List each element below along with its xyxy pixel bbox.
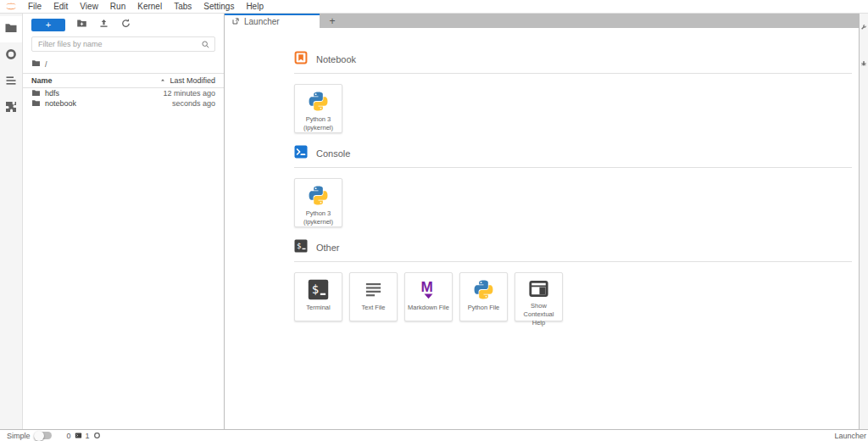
file-row-notebook[interactable]: notebookseconds ago: [23, 98, 224, 109]
file-filter: [31, 36, 215, 52]
launcher-card-label: Terminal: [304, 304, 331, 312]
notebook-icon: [294, 51, 308, 68]
card-row: Python 3 (ipykernel): [294, 178, 852, 227]
sidebar-tab-debugger[interactable]: [860, 55, 867, 70]
terminal-icon: $: [308, 278, 329, 301]
launcher-card-label: Python 3 (ipykernel): [295, 115, 342, 132]
section-title: Other: [316, 243, 340, 253]
wrench-icon: [860, 19, 867, 34]
section-title: Console: [316, 148, 350, 159]
upload-files-button[interactable]: [98, 18, 109, 31]
file-modified: seconds ago: [172, 99, 215, 108]
launcher-card-text-file[interactable]: Text File: [349, 272, 398, 321]
sidebar-tab-property-inspector[interactable]: [860, 19, 867, 34]
file-name: hdfs: [45, 89, 59, 98]
text-file-icon: [363, 278, 384, 301]
sort-ascending-icon: [159, 77, 166, 84]
terminals-count: 0: [67, 432, 71, 440]
new-launcher-button[interactable]: +: [31, 19, 65, 31]
menu-item-tabs[interactable]: Tabs: [168, 0, 198, 13]
python-icon: [308, 184, 329, 207]
launcher-body: NotebookPython 3 (ipykernel)ConsolePytho…: [225, 28, 859, 429]
new-tab-button[interactable]: +: [320, 14, 345, 28]
dock-tabs: Launcher: [225, 14, 320, 28]
menu-item-edit[interactable]: Edit: [47, 0, 74, 13]
sidebar-tab-table-of-contents[interactable]: [0, 69, 22, 95]
dock-tab-bar: Launcher +: [225, 14, 859, 28]
launcher-card-show-contextual-help[interactable]: Show Contextual Help: [515, 272, 563, 321]
folder-icon: [31, 59, 41, 70]
file-modified: 12 minutes ago: [163, 89, 215, 98]
launcher-card-label: Show Contextual Help: [515, 302, 562, 327]
launcher-card-label: Python File: [466, 304, 502, 312]
svg-text:$: $: [312, 282, 319, 296]
main-area: + / Name Last Modified hdfs12 minutes ag…: [0, 14, 868, 429]
file-browser-tool-buttons: [76, 18, 131, 31]
menu-item-help[interactable]: Help: [240, 0, 270, 13]
filter-files-input[interactable]: [31, 36, 215, 52]
launcher-section-console: ConsolePython 3 (ipykernel): [294, 145, 852, 227]
list-icon: [4, 74, 18, 91]
svg-text:M: M: [421, 279, 433, 295]
file-list-header[interactable]: Name Last Modified: [23, 73, 224, 88]
kernels-count: 1: [86, 432, 90, 440]
right-activity-bar: [859, 14, 868, 429]
launcher-card-label: Text File: [360, 304, 387, 312]
dock-panel: Launcher + NotebookPython 3 (ipykernel)C…: [225, 14, 859, 429]
contextual-help-icon: [528, 278, 549, 299]
launcher-tab-icon: [231, 17, 240, 27]
kernels-terminals-indicator[interactable]: 0 1: [67, 432, 101, 440]
menu-item-file[interactable]: File: [22, 0, 47, 13]
folder-icon: [31, 98, 41, 109]
folder-icon: [4, 21, 18, 38]
file-browser-panel: + / Name Last Modified hdfs12 minutes ag…: [23, 14, 225, 429]
toggle-knob: [34, 431, 44, 441]
card-row: $TerminalText FileMMarkdown FilePython F…: [294, 272, 852, 321]
menu-item-kernel[interactable]: Kernel: [131, 0, 168, 13]
markdown-icon: M: [418, 278, 439, 301]
launcher-section-notebook: NotebookPython 3 (ipykernel): [294, 51, 852, 133]
launcher-card-python-3-ipykernel[interactable]: Python 3 (ipykernel): [294, 178, 342, 227]
breadcrumb[interactable]: /: [23, 56, 224, 73]
section-header: Notebook: [294, 51, 852, 74]
svg-text:$: $: [297, 242, 301, 250]
file-list: hdfs12 minutes agonotebookseconds ago: [23, 88, 224, 109]
tab-launcher[interactable]: Launcher: [225, 14, 320, 28]
terminal-status-icon: [75, 432, 82, 439]
simple-mode-label: Simple: [7, 432, 31, 440]
menu-item-view[interactable]: View: [74, 0, 104, 13]
left-activity-bar: [0, 14, 23, 429]
python-icon: [473, 278, 494, 301]
console-icon: [294, 145, 308, 162]
new-folder-icon: [76, 18, 87, 31]
launcher-card-markdown-file[interactable]: MMarkdown File: [404, 272, 453, 321]
running-circle-icon: [4, 47, 18, 64]
name-column-header[interactable]: Name: [31, 76, 159, 85]
menu-item-run[interactable]: Run: [104, 0, 131, 13]
launcher-card-python-file[interactable]: Python File: [459, 272, 508, 321]
launcher-card-terminal[interactable]: $Terminal: [294, 272, 342, 321]
launcher-section-other: $Other$TerminalText FileMMarkdown FilePy…: [294, 239, 852, 321]
search-icon: [201, 40, 210, 51]
section-header: Console: [294, 145, 852, 168]
menu-items: FileEditViewRunKernelTabsSettingsHelp: [22, 0, 270, 13]
last-modified-column-header[interactable]: Last Modified: [170, 76, 215, 85]
sidebar-tab-file-browser[interactable]: [0, 16, 22, 42]
new-folder-button[interactable]: [76, 18, 87, 31]
refresh-icon: [120, 18, 131, 31]
tab-label: Launcher: [244, 17, 280, 26]
refresh-file-list-button[interactable]: [120, 18, 131, 31]
menu-item-settings[interactable]: Settings: [198, 0, 240, 13]
sidebar-tab-extension-manager[interactable]: [0, 95, 22, 121]
breadcrumb-path: /: [45, 60, 47, 69]
simple-mode-toggle[interactable]: [35, 432, 52, 439]
python-icon: [308, 90, 329, 113]
kernel-status-icon: [93, 432, 101, 439]
status-bar: Simple 0 1 Launcher: [0, 429, 868, 441]
card-row: Python 3 (ipykernel): [294, 84, 852, 133]
file-name: notebook: [45, 99, 76, 108]
sidebar-tab-running-terminals-kernels[interactable]: [0, 42, 22, 69]
file-row-hdfs[interactable]: hdfs12 minutes ago: [23, 88, 224, 98]
launcher-card-python-3-ipykernel[interactable]: Python 3 (ipykernel): [294, 84, 342, 133]
jupyter-logo-icon: [0, 2, 22, 11]
